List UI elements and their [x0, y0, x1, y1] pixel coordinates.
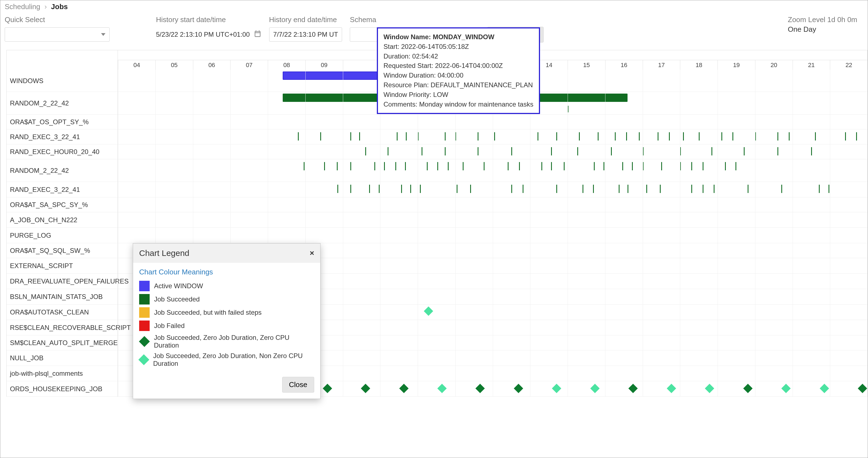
- job-event-tick[interactable]: [405, 162, 406, 170]
- job-event-tick[interactable]: [611, 147, 612, 155]
- job-event-tick[interactable]: [856, 132, 857, 141]
- job-event-diamond[interactable]: [437, 384, 447, 393]
- job-event-tick[interactable]: [627, 185, 628, 193]
- job-event-tick[interactable]: [556, 185, 557, 193]
- job-event-tick[interactable]: [744, 147, 745, 155]
- job-event-tick[interactable]: [661, 162, 662, 170]
- job-event-tick[interactable]: [298, 132, 299, 141]
- job-event-tick[interactable]: [445, 147, 445, 155]
- job-event-tick[interactable]: [350, 162, 351, 170]
- job-event-tick[interactable]: [359, 132, 360, 141]
- job-event-tick[interactable]: [564, 162, 565, 170]
- job-event-tick[interactable]: [556, 132, 557, 141]
- job-event-tick[interactable]: [733, 132, 733, 141]
- job-event-tick[interactable]: [748, 185, 748, 193]
- job-event-diamond[interactable]: [514, 384, 523, 393]
- job-event-diamond[interactable]: [820, 384, 829, 393]
- job-event-diamond[interactable]: [858, 384, 867, 393]
- job-event-tick[interactable]: [379, 185, 380, 193]
- job-event-tick[interactable]: [603, 162, 604, 170]
- job-event-tick[interactable]: [519, 162, 520, 170]
- job-event-tick[interactable]: [622, 162, 623, 170]
- job-event-tick[interactable]: [551, 147, 552, 155]
- close-button[interactable]: Close: [282, 377, 314, 393]
- job-event-tick[interactable]: [632, 162, 633, 170]
- job-event-tick[interactable]: [427, 162, 428, 170]
- job-event-tick[interactable]: [829, 185, 829, 193]
- job-event-tick[interactable]: [324, 162, 325, 170]
- job-event-tick[interactable]: [477, 147, 478, 155]
- job-event-tick[interactable]: [410, 185, 411, 193]
- job-event-tick[interactable]: [422, 147, 423, 155]
- job-event-tick[interactable]: [593, 185, 594, 193]
- job-event-tick[interactable]: [397, 132, 398, 141]
- history-end-input[interactable]: 7/7/22 2:13:10 PM UT: [269, 27, 342, 42]
- job-event-tick[interactable]: [711, 147, 712, 155]
- job-event-tick[interactable]: [789, 132, 789, 141]
- job-event-tick[interactable]: [320, 132, 321, 141]
- job-event-diamond[interactable]: [705, 384, 714, 393]
- job-event-tick[interactable]: [777, 147, 778, 155]
- job-event-tick[interactable]: [437, 162, 438, 170]
- job-event-tick[interactable]: [350, 185, 351, 193]
- job-event-tick[interactable]: [420, 185, 421, 193]
- job-event-tick[interactable]: [511, 147, 512, 155]
- job-event-tick[interactable]: [658, 132, 658, 141]
- job-event-diamond[interactable]: [590, 384, 600, 393]
- job-event-tick[interactable]: [669, 132, 670, 141]
- job-event-tick[interactable]: [577, 147, 578, 155]
- job-event-tick[interactable]: [365, 147, 366, 155]
- job-event-diamond[interactable]: [323, 384, 332, 393]
- job-event-tick[interactable]: [337, 185, 338, 193]
- job-event-diamond[interactable]: [399, 384, 409, 393]
- job-event-diamond[interactable]: [781, 384, 791, 393]
- job-event-tick[interactable]: [781, 185, 782, 193]
- job-event-tick[interactable]: [619, 185, 620, 193]
- job-event-tick[interactable]: [725, 162, 726, 170]
- job-event-tick[interactable]: [683, 132, 684, 141]
- job-event-tick[interactable]: [815, 132, 816, 141]
- job-event-tick[interactable]: [337, 162, 338, 170]
- job-event-diamond[interactable]: [361, 384, 370, 393]
- job-event-tick[interactable]: [463, 162, 464, 170]
- job-event-tick[interactable]: [699, 132, 700, 141]
- job-event-tick[interactable]: [736, 162, 736, 170]
- job-event-tick[interactable]: [646, 185, 647, 193]
- job-event-diamond[interactable]: [667, 384, 676, 393]
- job-event-tick[interactable]: [457, 185, 458, 193]
- job-event-tick[interactable]: [445, 132, 445, 141]
- window-bar[interactable]: [283, 71, 391, 80]
- job-event-tick[interactable]: [470, 185, 471, 193]
- job-event-diamond[interactable]: [743, 384, 753, 393]
- job-event-tick[interactable]: [703, 185, 704, 193]
- job-event-tick[interactable]: [541, 162, 542, 170]
- job-event-tick[interactable]: [374, 162, 375, 170]
- job-event-tick[interactable]: [579, 132, 580, 141]
- history-start-input[interactable]: 5/23/22 2:13:10 PM UTC+01:00: [156, 27, 261, 42]
- job-event-tick[interactable]: [406, 132, 407, 141]
- job-event-tick[interactable]: [703, 162, 704, 170]
- job-event-tick[interactable]: [388, 147, 389, 155]
- job-event-tick[interactable]: [494, 132, 495, 141]
- job-event-tick[interactable]: [395, 162, 396, 170]
- job-event-tick[interactable]: [615, 132, 616, 141]
- job-event-tick[interactable]: [691, 162, 692, 170]
- job-event-tick[interactable]: [714, 185, 714, 193]
- job-event-tick[interactable]: [350, 132, 351, 141]
- job-event-tick[interactable]: [777, 132, 778, 141]
- close-icon[interactable]: ×: [310, 249, 314, 257]
- job-event-tick[interactable]: [484, 162, 485, 170]
- job-event-tick[interactable]: [845, 132, 846, 141]
- job-event-tick[interactable]: [598, 132, 598, 141]
- job-event-tick[interactable]: [819, 185, 820, 193]
- job-event-tick[interactable]: [660, 185, 661, 193]
- breadcrumb-parent[interactable]: Scheduling: [5, 2, 40, 11]
- job-event-tick[interactable]: [583, 185, 583, 193]
- job-event-tick[interactable]: [304, 162, 305, 170]
- quick-select-dropdown[interactable]: [5, 27, 110, 42]
- job-event-tick[interactable]: [448, 162, 448, 170]
- job-event-tick[interactable]: [721, 132, 722, 141]
- job-event-tick[interactable]: [537, 132, 538, 141]
- job-event-diamond[interactable]: [476, 384, 485, 393]
- job-event-tick[interactable]: [626, 132, 627, 141]
